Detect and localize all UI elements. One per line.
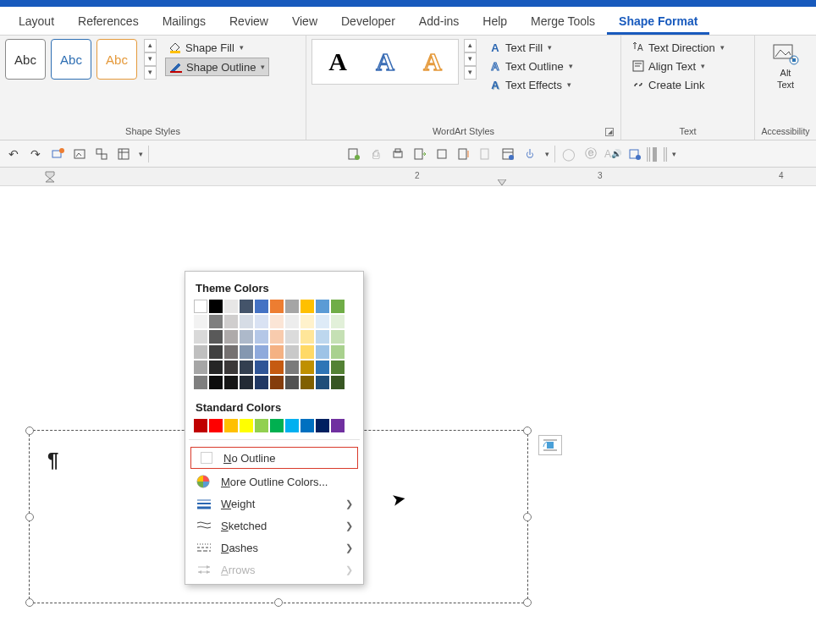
theme-shade-1-2[interactable] (209, 345, 223, 359)
resize-handle-nw[interactable] (25, 427, 34, 435)
theme-shade-7-2[interactable] (300, 345, 314, 359)
shape-style-swatch-3[interactable]: Abc (96, 39, 137, 80)
resize-handle-w[interactable] (25, 513, 34, 521)
dashes-item[interactable]: Dashes ❯ (185, 537, 363, 559)
theme-color-3[interactable] (240, 300, 253, 313)
theme-color-2[interactable] (224, 300, 238, 313)
qat-icon-12[interactable] (455, 146, 472, 162)
text-direction-button[interactable]: A Text Direction▾ (628, 39, 728, 56)
theme-shade-1-1[interactable] (209, 330, 223, 344)
theme-shade-2-0[interactable] (224, 315, 238, 328)
theme-shade-2-1[interactable] (224, 330, 238, 344)
std-color-5[interactable] (270, 419, 284, 432)
theme-shade-9-3[interactable] (331, 361, 345, 374)
std-color-0[interactable] (194, 419, 207, 432)
ruler-tab-icon[interactable] (498, 179, 506, 186)
theme-shade-5-3[interactable] (270, 361, 284, 374)
wordart-swatch-1[interactable]: A (317, 41, 358, 82)
indent-marker-icon[interactable] (44, 170, 56, 184)
qat-icon-6[interactable] (115, 146, 132, 162)
qat-icon-16[interactable]: ⓔ (582, 146, 599, 162)
theme-shade-3-1[interactable] (240, 330, 253, 344)
qat-table-caret[interactable]: ▾ (139, 150, 143, 158)
theme-shade-4-1[interactable] (255, 330, 268, 344)
no-outline-item[interactable]: No Outline (190, 447, 358, 469)
qat-icon-7[interactable] (345, 146, 362, 162)
theme-shade-3-2[interactable] (240, 345, 253, 359)
theme-shade-9-1[interactable] (331, 330, 345, 344)
theme-shade-2-4[interactable] (224, 376, 238, 389)
theme-shade-8-4[interactable] (316, 376, 329, 389)
redo-icon[interactable]: ↷ (27, 146, 44, 162)
qat-icon-14[interactable] (499, 146, 516, 162)
wordart-swatch-3[interactable]: A (412, 41, 453, 82)
qat-icon-5[interactable] (93, 146, 110, 162)
theme-shade-8-0[interactable] (316, 315, 329, 328)
theme-shade-0-2[interactable] (194, 345, 207, 359)
tab-references[interactable]: References (66, 9, 151, 35)
text-fill-button[interactable]: A Text Fill▾ (485, 39, 576, 56)
qat-icon-9[interactable] (389, 146, 406, 162)
theme-shade-2-3[interactable] (224, 361, 238, 374)
theme-shade-0-3[interactable] (194, 361, 207, 374)
theme-shade-4-4[interactable] (255, 376, 268, 389)
shape-outline-button[interactable]: Shape Outline▾ (165, 58, 269, 76)
qat-icon-10[interactable] (411, 146, 428, 162)
resize-handle-sw[interactable] (25, 598, 34, 607)
theme-shade-6-4[interactable] (285, 376, 299, 389)
shape-style-swatch-1[interactable]: Abc (5, 39, 46, 80)
theme-color-7[interactable] (300, 300, 314, 313)
theme-shade-4-0[interactable] (255, 315, 268, 328)
theme-shade-1-3[interactable] (209, 361, 223, 374)
wa-gallery-more[interactable]: ▾ (464, 66, 477, 80)
theme-shade-7-4[interactable] (300, 376, 314, 389)
theme-shade-6-0[interactable] (285, 315, 299, 328)
theme-shade-5-1[interactable] (270, 330, 284, 344)
touch-mode-icon[interactable] (521, 146, 538, 162)
layout-options-button[interactable] (538, 435, 562, 455)
qat-icon-15[interactable]: ◯ (560, 146, 577, 162)
theme-color-5[interactable] (270, 300, 284, 313)
text-outline-button[interactable]: A Text Outline▾ (485, 58, 576, 74)
std-color-1[interactable] (209, 419, 223, 432)
theme-shade-4-2[interactable] (255, 345, 268, 359)
tab-help[interactable]: Help (471, 9, 519, 35)
wordart-swatch-2[interactable]: A (365, 41, 405, 82)
std-color-4[interactable] (255, 419, 268, 432)
tab-merge-tools[interactable]: Merge Tools (519, 9, 607, 35)
wordart-dialog-launcher[interactable]: ◢ (605, 128, 614, 136)
barcode-icon[interactable]: ║▌║ (648, 146, 665, 162)
qat-icon-4[interactable] (71, 146, 88, 162)
theme-shade-1-0[interactable] (209, 315, 223, 328)
theme-shade-8-3[interactable] (316, 361, 329, 374)
gallery-more[interactable]: ▾ (144, 66, 157, 80)
qat-icon-11[interactable] (433, 146, 450, 162)
tab-shape-format[interactable]: Shape Format (607, 9, 709, 35)
theme-shade-3-4[interactable] (240, 376, 253, 389)
undo-icon[interactable]: ↶ (5, 146, 22, 162)
theme-color-black[interactable] (209, 300, 223, 313)
more-outline-colors-item[interactable]: More Outline Colors... (185, 471, 363, 493)
wa-gallery-up[interactable]: ▴ (464, 39, 477, 52)
std-color-8[interactable] (316, 419, 329, 432)
qat-icon-13[interactable] (477, 146, 494, 162)
theme-shade-7-1[interactable] (300, 330, 314, 344)
sketched-item[interactable]: Sketched ❯ (185, 515, 363, 537)
theme-color-9[interactable] (331, 300, 345, 313)
theme-shade-7-3[interactable] (300, 361, 314, 374)
theme-shade-9-2[interactable] (331, 345, 345, 359)
horizontal-ruler[interactable]: 2 3 4 (0, 168, 816, 186)
tab-developer[interactable]: Developer (329, 9, 407, 35)
std-color-3[interactable] (240, 419, 253, 432)
theme-shade-2-2[interactable] (224, 345, 238, 359)
touch-caret[interactable]: ▾ (545, 150, 549, 158)
shape-fill-button[interactable]: Shape Fill▾ (165, 39, 269, 56)
theme-shade-0-4[interactable] (194, 376, 207, 389)
theme-shade-6-3[interactable] (285, 361, 299, 374)
tab-layout[interactable]: Layout (7, 9, 66, 35)
qat-icon-18[interactable] (626, 146, 643, 162)
std-color-9[interactable] (331, 419, 345, 432)
std-color-7[interactable] (300, 419, 314, 432)
gallery-down[interactable]: ▾ (144, 52, 157, 66)
text-effects-button[interactable]: A Text Effects▾ (485, 76, 576, 93)
